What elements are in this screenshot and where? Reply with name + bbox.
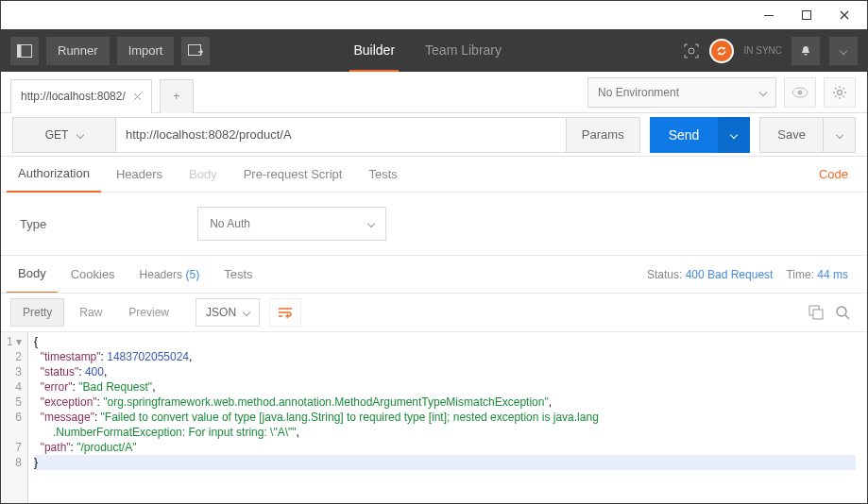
url-input[interactable]: [116, 117, 567, 153]
request-tab[interactable]: http://localhost:8082/: [10, 79, 152, 113]
code-link[interactable]: Code: [819, 167, 861, 181]
send-button[interactable]: Send: [650, 117, 719, 153]
subtab-authorization[interactable]: Authorization: [7, 156, 101, 193]
resp-tab-headers[interactable]: Headers (5): [128, 256, 212, 293]
auth-type-label: Type: [20, 217, 46, 231]
environment-view-button[interactable]: [784, 77, 816, 108]
save-button[interactable]: Save: [759, 117, 824, 153]
view-pretty-button[interactable]: Pretty: [10, 298, 64, 327]
svg-rect-10: [813, 310, 823, 319]
response-view-row: Pretty Raw Preview JSON: [1, 293, 867, 332]
svg-point-8: [838, 90, 842, 94]
tab-team-library[interactable]: Team Library: [421, 30, 505, 72]
add-request-tab-button[interactable]: +: [160, 79, 194, 113]
new-tab-button[interactable]: [181, 37, 210, 65]
window-minimize-button[interactable]: [750, 1, 788, 29]
resp-tab-cookies[interactable]: Cookies: [60, 256, 127, 293]
environment-settings-button[interactable]: [824, 77, 856, 108]
line-gutter: 1 ▾2345678: [1, 332, 28, 503]
method-select[interactable]: GET: [12, 117, 116, 153]
view-raw-button[interactable]: Raw: [68, 298, 113, 327]
send-dropdown[interactable]: [718, 117, 750, 153]
save-dropdown[interactable]: [824, 117, 856, 153]
svg-point-7: [798, 90, 803, 94]
svg-rect-4: [189, 44, 201, 55]
response-body: 1 ▾2345678 { "timestamp": 1483702055024,…: [1, 332, 867, 503]
view-preview-button[interactable]: Preview: [117, 298, 180, 327]
window-close-button[interactable]: [825, 1, 863, 29]
window-maximize-button[interactable]: [788, 1, 825, 29]
line-wrap-button[interactable]: [269, 298, 301, 327]
format-select[interactable]: JSON: [196, 298, 260, 327]
svg-rect-3: [18, 44, 22, 57]
topbar: Runner Import Builder Team Library IN SY…: [1, 29, 867, 72]
svg-point-11: [837, 307, 846, 316]
tab-builder[interactable]: Builder: [349, 30, 399, 72]
copy-icon[interactable]: [808, 305, 824, 320]
capture-icon[interactable]: [683, 42, 700, 59]
subtab-tests[interactable]: Tests: [357, 157, 408, 192]
resp-tab-body[interactable]: Body: [7, 255, 58, 294]
window-titlebar: [1, 1, 867, 29]
request-bar: GET Params Send Save: [1, 113, 867, 157]
subtab-headers[interactable]: Headers: [105, 157, 174, 192]
main-tabs: Builder Team Library: [349, 30, 505, 72]
runner-button[interactable]: Runner: [46, 37, 110, 65]
notifications-button[interactable]: [791, 37, 820, 65]
svg-rect-1: [803, 11, 811, 20]
subtab-body[interactable]: Body: [178, 157, 229, 192]
request-tabs-row: http://localhost:8082/ + No Environment: [1, 72, 867, 113]
sync-status-text: IN SYNC: [743, 45, 782, 56]
environment-select[interactable]: No Environment: [587, 77, 776, 108]
user-menu-button[interactable]: [829, 37, 858, 65]
request-tab-label: http://localhost:8082/: [21, 90, 126, 103]
sync-icon[interactable]: [709, 39, 734, 63]
subtab-pre-request[interactable]: Pre-request Script: [232, 157, 354, 192]
svg-rect-0: [764, 15, 774, 16]
request-subtabs: Authorization Headers Body Pre-request S…: [1, 157, 867, 193]
resp-tab-tests[interactable]: Tests: [213, 256, 264, 293]
close-icon[interactable]: [133, 92, 142, 101]
auth-panel: Type No Auth: [1, 193, 867, 255]
search-icon[interactable]: [835, 305, 850, 320]
params-button[interactable]: Params: [567, 117, 640, 153]
svg-point-5: [689, 48, 694, 54]
response-status: Status: 400 Bad Request Time: 44 ms: [647, 268, 861, 281]
sidebar-toggle-button[interactable]: [10, 37, 39, 65]
auth-type-select[interactable]: No Auth: [197, 207, 386, 241]
import-button[interactable]: Import: [117, 37, 175, 65]
response-code[interactable]: { "timestamp": 1483702055024, "status": …: [28, 332, 861, 503]
response-tabs: Body Cookies Headers (5) Tests Status: 4…: [1, 255, 867, 293]
